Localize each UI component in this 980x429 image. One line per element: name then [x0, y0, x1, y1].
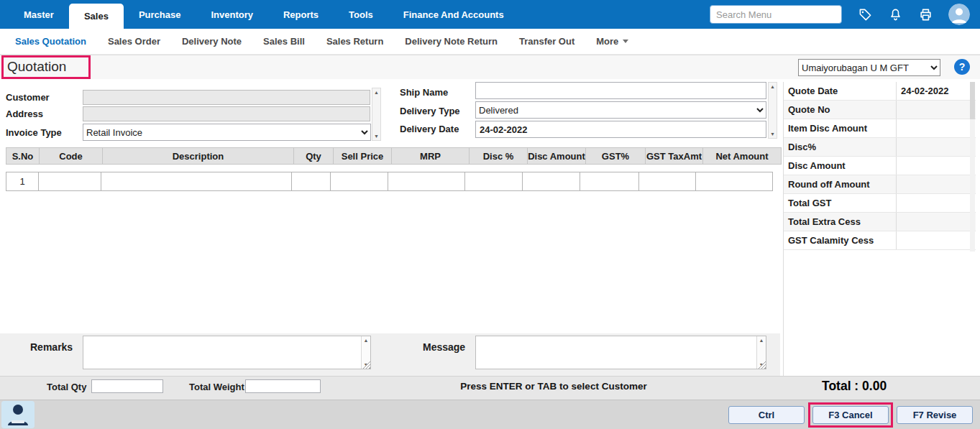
cell-gst-tax-amt[interactable] — [638, 172, 696, 191]
summary-label: Total GST — [784, 194, 896, 212]
cell-description[interactable] — [101, 172, 292, 191]
summary-label: Item Disc Amount — [784, 119, 896, 137]
scroll-down-arrow-icon[interactable]: ▼ — [374, 134, 379, 139]
summary-row-quote-date: Quote Date 24-02-2022 — [784, 82, 976, 101]
menu-item-sales[interactable]: Sales — [69, 4, 124, 29]
summary-value: 24-02-2022 — [896, 82, 976, 100]
summary-label: Quote Date — [784, 82, 896, 100]
page-title: Quotation — [7, 59, 66, 75]
menu-item-inventory[interactable]: Inventory — [196, 0, 268, 29]
subnav-sales-return[interactable]: Sales Return — [316, 36, 394, 47]
subnav-sales-bill[interactable]: Sales Bill — [252, 36, 316, 47]
address-label: Address — [6, 109, 43, 119]
summary-row-round-off: Round off Amount — [784, 175, 976, 194]
sales-sub-navigation: Sales Quotation Sales Order Delivery Not… — [0, 29, 980, 55]
total-weight-input[interactable] — [245, 379, 321, 393]
items-table-row: 1 — [6, 172, 773, 191]
scroll-up-arrow-icon[interactable]: ▲ — [770, 84, 775, 89]
summary-label: GST Calamity Cess — [784, 231, 896, 249]
main-menu: Master Sales Purchase Inventory Reports … — [0, 0, 519, 29]
printer-icon[interactable] — [918, 7, 933, 22]
f3-cancel-button[interactable]: F3 Cancel — [812, 406, 889, 424]
summary-row-quote-no: Quote No — [784, 101, 976, 119]
address-input[interactable] — [83, 106, 370, 121]
select-customer-hint: Press ENTER or TAB to select Customer — [424, 381, 683, 392]
customer-label: Customer — [6, 92, 50, 103]
user-avatar[interactable] — [948, 4, 970, 25]
top-navigation-bar: Master Sales Purchase Inventory Reports … — [0, 0, 980, 29]
column-header-sell-price: Sell Price — [334, 148, 392, 164]
subnav-more[interactable]: More — [585, 36, 639, 47]
ship-name-input[interactable] — [475, 82, 766, 99]
summary-scrollbar[interactable] — [970, 82, 975, 252]
column-header-net-amount: Net Amount — [703, 148, 781, 164]
app-window: Master Sales Purchase Inventory Reports … — [0, 0, 980, 429]
f7-revise-button[interactable]: F7 Revise — [897, 406, 973, 424]
subnav-delivery-note[interactable]: Delivery Note — [171, 36, 252, 47]
ctrl-button[interactable]: Ctrl — [728, 406, 805, 424]
summary-value — [896, 101, 976, 119]
summary-label: Round off Amount — [784, 175, 896, 193]
menu-item-finance-and-accounts[interactable]: Finance And Accounts — [388, 0, 519, 29]
subnav-delivery-note-return[interactable]: Delivery Note Return — [394, 36, 508, 47]
remarks-input[interactable] — [83, 336, 361, 369]
cell-sno[interactable]: 1 — [6, 172, 39, 191]
help-icon[interactable]: ? — [954, 59, 970, 75]
notification-bell-icon[interactable] — [888, 7, 902, 22]
summary-row-disc-pct: Disc% — [784, 138, 976, 157]
column-header-code: Code — [40, 148, 103, 164]
cell-disc-amount[interactable] — [522, 172, 580, 191]
subnav-sales-order[interactable]: Sales Order — [97, 36, 171, 47]
cell-mrp[interactable] — [388, 172, 465, 191]
column-header-sno: S.No — [6, 148, 40, 164]
subnav-transfer-out[interactable]: Transfer Out — [508, 36, 585, 47]
search-menu-input[interactable] — [710, 5, 842, 24]
tag-icon[interactable] — [858, 7, 872, 22]
remarks-label: Remarks — [30, 341, 73, 353]
subnav-sales-quotation[interactable]: Sales Quotation — [4, 36, 97, 47]
cell-gst-pct[interactable] — [580, 172, 639, 191]
delivery-type-select[interactable]: Delivered — [475, 101, 766, 119]
delivery-type-label: Delivery Type — [400, 106, 460, 116]
scroll-up-arrow-icon[interactable]: ▲ — [364, 338, 369, 343]
column-header-disc-pct: Disc % — [470, 148, 528, 164]
scroll-up-arrow-icon[interactable]: ▲ — [374, 90, 379, 95]
summary-row-disc-amount: Disc Amount — [784, 157, 976, 175]
message-input[interactable] — [476, 336, 756, 369]
scroll-up-arrow-icon[interactable]: ▲ — [759, 338, 764, 343]
cell-disc-pct[interactable] — [464, 172, 523, 191]
company-select[interactable]: Umaiyorubagan U M GFT — [798, 59, 940, 76]
total-weight-label: Total Weight — [189, 382, 244, 392]
delivery-date-input[interactable] — [475, 121, 766, 138]
summary-row-item-disc-amount: Item Disc Amount — [784, 119, 976, 138]
cell-sell-price[interactable] — [330, 172, 388, 191]
menu-item-purchase[interactable]: Purchase — [124, 0, 196, 29]
customer-group-scrollbar[interactable]: ▲ ▼ — [372, 88, 381, 141]
menu-item-master[interactable]: Master — [9, 0, 69, 29]
scrollbar-thumb[interactable] — [970, 82, 975, 119]
quote-summary-panel: Quote Date 24-02-2022 Quote No Item Disc… — [783, 82, 976, 376]
remarks-field[interactable]: ▲ ▼ — [83, 336, 371, 369]
shipping-group-scrollbar[interactable]: ▲ ▼ — [768, 82, 777, 139]
summary-label: Total Extra Cess — [784, 213, 896, 231]
total-qty-input[interactable] — [91, 379, 163, 393]
customer-input[interactable] — [83, 90, 370, 105]
message-field[interactable]: ▲ ▼ — [475, 336, 766, 369]
column-header-gst-pct: GST% — [586, 148, 646, 164]
cell-net-amount[interactable] — [695, 172, 773, 191]
invoice-type-select[interactable]: Retail Invoice — [83, 124, 371, 141]
grand-total-value: 0.00 — [862, 379, 887, 393]
menu-item-reports[interactable]: Reports — [268, 0, 334, 29]
menu-item-tools[interactable]: Tools — [334, 0, 388, 29]
scroll-down-arrow-icon[interactable]: ▼ — [770, 132, 775, 137]
column-header-disc-amount: Disc Amount — [528, 148, 586, 164]
cell-qty[interactable] — [291, 172, 331, 191]
summary-value — [896, 157, 976, 175]
summary-value — [896, 119, 976, 137]
summary-row-total-gst: Total GST — [784, 194, 976, 213]
grand-total: Total : 0.00 — [822, 379, 887, 394]
summary-value — [896, 138, 976, 156]
total-qty-label: Total Qty — [47, 382, 86, 392]
cell-code[interactable] — [38, 172, 101, 191]
delivery-date-label: Delivery Date — [400, 124, 459, 134]
